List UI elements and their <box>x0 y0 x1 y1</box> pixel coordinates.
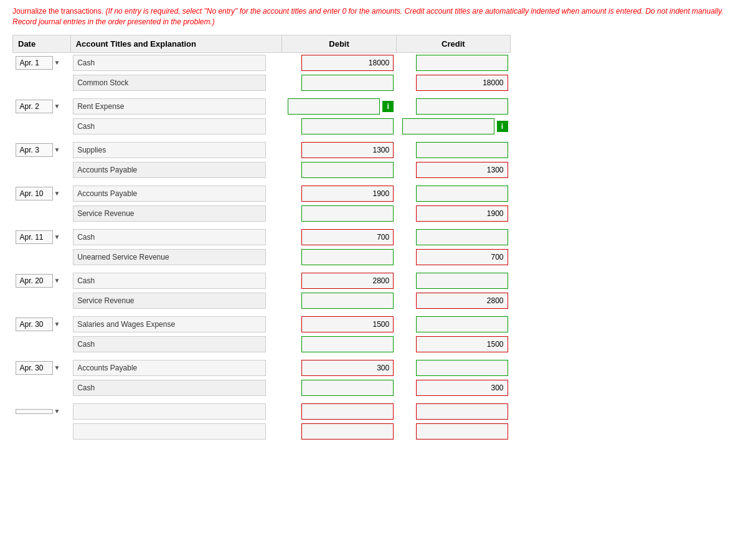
table-row: Apr. 3▼ <box>13 140 511 160</box>
col-debit: Debit <box>282 35 396 52</box>
credit-input[interactable] <box>416 380 508 396</box>
account-input[interactable] <box>73 186 266 202</box>
debit-input[interactable] <box>301 360 394 376</box>
instruction: Journalize the transactions. (If no entr… <box>12 6 744 27</box>
debit-input[interactable] <box>288 98 380 115</box>
credit-input[interactable] <box>402 118 494 134</box>
account-input[interactable] <box>73 316 266 332</box>
account-input[interactable] <box>73 75 266 91</box>
debit-input[interactable] <box>301 273 394 289</box>
table-row: i <box>13 116 511 136</box>
date-dropdown-arrow[interactable]: ▼ <box>54 364 60 371</box>
debit-input[interactable] <box>301 229 394 245</box>
debit-input[interactable] <box>301 380 394 396</box>
debit-input[interactable] <box>301 423 394 440</box>
table-row <box>13 291 511 311</box>
date-dropdown-arrow[interactable]: ▼ <box>54 408 60 415</box>
account-input[interactable] <box>73 293 266 309</box>
date-label: Apr. 11 <box>16 230 53 244</box>
account-input[interactable] <box>73 55 266 71</box>
credit-input[interactable] <box>416 273 508 289</box>
table-row <box>13 334 511 354</box>
credit-input[interactable] <box>416 293 508 309</box>
date-dropdown-arrow[interactable]: ▼ <box>54 190 60 197</box>
table-row <box>13 421 511 441</box>
debit-input[interactable] <box>301 403 394 420</box>
col-credit: Credit <box>396 35 510 52</box>
table-row <box>13 160 511 180</box>
account-input[interactable] <box>73 229 266 245</box>
account-input[interactable] <box>73 118 266 134</box>
account-input[interactable] <box>73 98 266 115</box>
debit-input[interactable] <box>301 75 394 91</box>
date-label <box>16 409 53 414</box>
date-label: Apr. 20 <box>16 274 53 288</box>
credit-input[interactable] <box>416 75 508 91</box>
date-dropdown-arrow[interactable]: ▼ <box>54 146 60 153</box>
debit-input[interactable] <box>301 249 394 265</box>
date-dropdown-arrow[interactable]: ▼ <box>54 233 60 240</box>
account-input[interactable] <box>73 162 266 178</box>
instruction-prefix: Journalize the transactions. <box>12 7 103 16</box>
account-input[interactable] <box>73 360 266 376</box>
table-row: Apr. 11▼ <box>13 227 511 247</box>
credit-input[interactable] <box>416 423 508 440</box>
debit-input[interactable] <box>301 162 394 178</box>
credit-input[interactable] <box>416 316 508 332</box>
instruction-italic: (If no entry is required, select "No ent… <box>12 7 724 26</box>
table-row: Apr. 1▼ <box>13 52 511 73</box>
journal-table: Date Account Titles and Explanation Debi… <box>12 35 511 441</box>
debit-input[interactable] <box>301 336 394 352</box>
debit-input[interactable] <box>301 205 394 222</box>
credit-input[interactable] <box>416 360 508 376</box>
info-button[interactable]: i <box>382 101 394 112</box>
date-label: Apr. 30 <box>16 361 53 375</box>
table-row: Apr. 30▼ <box>13 358 511 378</box>
credit-input[interactable] <box>416 403 508 420</box>
account-input[interactable] <box>73 336 266 352</box>
date-label: Apr. 2 <box>16 100 53 113</box>
table-row <box>13 247 511 267</box>
table-row: ▼ <box>13 402 511 421</box>
date-dropdown-arrow[interactable]: ▼ <box>54 321 60 327</box>
date-label: Apr. 3 <box>16 143 53 157</box>
date-label: Apr. 1 <box>16 56 53 70</box>
debit-input[interactable] <box>301 186 394 202</box>
credit-input[interactable] <box>416 162 508 178</box>
account-input[interactable] <box>73 142 266 158</box>
credit-input[interactable] <box>416 205 508 222</box>
credit-input[interactable] <box>416 142 508 158</box>
credit-input[interactable] <box>416 55 508 71</box>
table-row: Apr. 30▼ <box>13 314 511 334</box>
credit-input[interactable] <box>416 249 508 265</box>
debit-input[interactable] <box>301 55 394 71</box>
table-row <box>13 73 511 93</box>
date-dropdown-arrow[interactable]: ▼ <box>54 277 60 284</box>
credit-input[interactable] <box>416 336 508 352</box>
table-row: Apr. 10▼ <box>13 184 511 204</box>
date-label: Apr. 30 <box>16 318 53 331</box>
credit-input[interactable] <box>416 229 508 245</box>
credit-input[interactable] <box>416 186 508 202</box>
table-row: Apr. 2▼i <box>13 96 511 116</box>
account-input[interactable] <box>73 273 266 289</box>
date-dropdown-arrow[interactable]: ▼ <box>54 59 60 66</box>
col-account: Account Titles and Explanation <box>70 35 282 52</box>
table-row <box>13 204 511 223</box>
debit-input[interactable] <box>301 118 394 134</box>
account-input[interactable] <box>73 423 266 440</box>
date-label: Apr. 10 <box>16 187 53 200</box>
account-input[interactable] <box>73 403 266 420</box>
col-date: Date <box>13 35 71 52</box>
account-input[interactable] <box>73 249 266 265</box>
credit-input[interactable] <box>416 98 508 115</box>
account-input[interactable] <box>73 380 266 396</box>
table-row <box>13 378 511 398</box>
info-button[interactable]: i <box>497 121 508 132</box>
table-row: Apr. 20▼ <box>13 271 511 291</box>
debit-input[interactable] <box>301 316 394 332</box>
date-dropdown-arrow[interactable]: ▼ <box>54 103 60 110</box>
debit-input[interactable] <box>301 142 394 158</box>
debit-input[interactable] <box>301 293 394 309</box>
account-input[interactable] <box>73 205 266 222</box>
